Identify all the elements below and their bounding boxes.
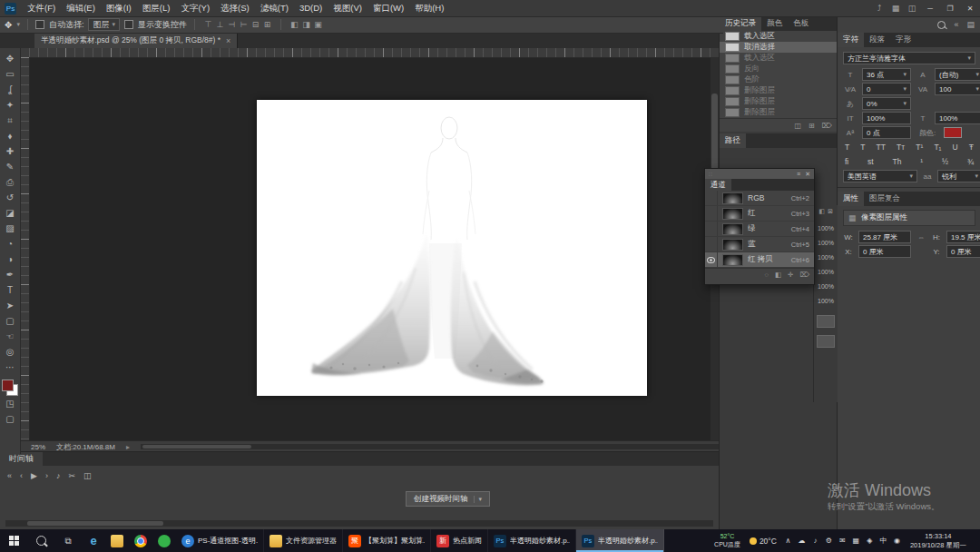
menu-item[interactable]: 视图(V) bbox=[328, 3, 368, 15]
tracking-select[interactable]: 100▾ bbox=[935, 83, 980, 95]
opentype-feature-icon[interactable]: ¾ bbox=[967, 157, 974, 166]
baseline-shift-input[interactable]: 0 点 bbox=[862, 126, 911, 139]
auto-select-dropdown[interactable]: 图层 ▾ bbox=[88, 18, 120, 31]
antialias-select[interactable]: 锐利▾ bbox=[937, 170, 980, 182]
playback-control-icon[interactable]: › bbox=[45, 471, 48, 480]
tray-icon[interactable]: ⚙ bbox=[822, 537, 836, 545]
cpu-temp-widget[interactable]: 52°C CPU温度 bbox=[710, 533, 745, 548]
dock-collapse-icon[interactable]: ▤ bbox=[966, 20, 975, 29]
mini-panel-icon[interactable]: ⊠ bbox=[828, 208, 833, 215]
history-brush-tool[interactable]: ↺ bbox=[2, 190, 18, 205]
status-arrow-icon[interactable]: ▸ bbox=[126, 443, 130, 451]
history-entry[interactable]: 色阶 bbox=[720, 74, 838, 85]
taskbar-app-button[interactable]: PS-通道抠图-透明.. bbox=[176, 529, 264, 552]
visibility-eye-icon[interactable] bbox=[705, 237, 718, 251]
taskbar-app-button[interactable]: 半透明婚纱素材.p.. bbox=[576, 529, 664, 552]
task-view-button[interactable]: ⧉ bbox=[54, 529, 82, 552]
channel-footer-icon[interactable]: ◌ bbox=[765, 271, 769, 279]
panel-tab[interactable]: 颜色 bbox=[761, 16, 788, 31]
menu-item[interactable]: 图层(L) bbox=[137, 3, 176, 15]
channel-row[interactable]: 蓝 Ctrl+5 bbox=[705, 237, 814, 252]
create-video-timeline-button[interactable]: 创建视频时间轴 ▾ bbox=[406, 491, 490, 507]
menu-item[interactable]: 文字(Y) bbox=[175, 3, 215, 15]
history-footer-icon[interactable]: ⌦ bbox=[822, 122, 832, 130]
mode-icon[interactable]: ◨ bbox=[300, 20, 312, 29]
type-style-icon[interactable]: Tᴛ bbox=[897, 143, 905, 152]
close-tab-icon[interactable]: × bbox=[226, 36, 230, 45]
tray-icon[interactable]: ▦ bbox=[849, 537, 863, 545]
menu-item[interactable]: 3D(D) bbox=[294, 3, 328, 15]
height-input[interactable]: 19.5 厘米 bbox=[946, 231, 980, 243]
width-input[interactable]: 25.87 厘米 bbox=[858, 231, 911, 243]
channels-titlebar[interactable]: ∷ ≡ ✕ bbox=[705, 169, 814, 179]
history-entry[interactable]: 载入选区 bbox=[720, 31, 838, 42]
taskbar-clock[interactable]: 15:33:14 2019/10/28 星期一 bbox=[904, 532, 973, 550]
lasso-tool[interactable]: ʆ bbox=[2, 82, 18, 97]
channel-row[interactable]: 绿 Ctrl+4 bbox=[705, 222, 814, 237]
chevron-down-icon[interactable]: ▾ bbox=[474, 496, 483, 503]
opentype-feature-icon[interactable]: fi bbox=[845, 157, 848, 166]
panel-tab[interactable]: 字形 bbox=[890, 33, 916, 47]
visibility-eye-icon[interactable] bbox=[705, 206, 718, 221]
history-footer-icon[interactable]: ⊞ bbox=[808, 122, 815, 130]
type-style-icon[interactable]: T bbox=[845, 143, 849, 152]
zoom-tool[interactable]: ◎ bbox=[2, 344, 18, 360]
mode-icon[interactable]: ◧ bbox=[289, 20, 300, 29]
type-style-icon[interactable]: U bbox=[953, 143, 958, 152]
tray-icon[interactable]: ◉ bbox=[890, 537, 904, 545]
x-input[interactable]: 0 厘米 bbox=[858, 245, 911, 258]
history-entry[interactable]: 取消选择 bbox=[720, 42, 838, 53]
eyedropper-tool[interactable]: ⬧ bbox=[2, 128, 18, 143]
taskbar-app-button[interactable]: 热点新闻 bbox=[431, 529, 488, 552]
weather-widget[interactable]: 20°C bbox=[745, 537, 781, 546]
playback-control-icon[interactable]: ▶ bbox=[31, 471, 37, 480]
blur-tool[interactable]: ◔ bbox=[2, 236, 18, 251]
panel-tab[interactable]: 色板 bbox=[788, 16, 814, 31]
history-entry[interactable]: 删除图层 bbox=[720, 85, 838, 96]
move-tool[interactable]: ✥ bbox=[2, 51, 18, 66]
scrollbar-thumb[interactable] bbox=[27, 521, 163, 526]
pinned-app-button[interactable] bbox=[105, 529, 129, 552]
type-style-icon[interactable]: Ŧ bbox=[969, 143, 974, 152]
type-style-icon[interactable]: T¹ bbox=[916, 143, 923, 152]
panel-tab[interactable]: 属性 bbox=[838, 192, 864, 206]
pinned-app-button[interactable] bbox=[129, 529, 152, 552]
align-icon[interactable]: ⊥ bbox=[214, 20, 226, 29]
visibility-eye-icon[interactable] bbox=[705, 191, 718, 205]
tray-icon[interactable]: ☁ bbox=[795, 537, 808, 545]
tray-icon[interactable]: ∧ bbox=[781, 537, 795, 545]
y-input[interactable]: 0 厘米 bbox=[946, 245, 980, 258]
workspace-icon[interactable]: ⤴ bbox=[871, 4, 887, 13]
panel-tab[interactable]: 段落 bbox=[864, 33, 890, 47]
dock-collapse-icon[interactable]: « bbox=[954, 20, 958, 29]
drag-grip-icon[interactable]: ∷ bbox=[709, 171, 713, 177]
pen-tool[interactable]: ✒ bbox=[2, 267, 18, 282]
pinned-app-button[interactable] bbox=[152, 529, 176, 552]
marquee-tool[interactable]: ▭ bbox=[2, 66, 18, 82]
type-style-icon[interactable]: T₁ bbox=[934, 143, 941, 152]
type-style-icon[interactable]: TT bbox=[877, 143, 886, 152]
path-selection-tool[interactable]: ➤ bbox=[2, 298, 18, 313]
close-icon[interactable]: ✕ bbox=[805, 171, 810, 178]
menu-item[interactable]: 窗口(W) bbox=[368, 3, 409, 15]
eraser-tool[interactable]: ◪ bbox=[2, 205, 18, 221]
taskbar-app-button[interactable]: 半透明婚纱素材.p.. bbox=[488, 529, 576, 552]
panel-menu-icon[interactable]: ≡ bbox=[797, 171, 800, 177]
align-icon[interactable]: ⊞ bbox=[261, 20, 273, 29]
panel-tab[interactable]: 字符 bbox=[838, 33, 864, 47]
tray-icon[interactable]: ◈ bbox=[863, 537, 877, 545]
tray-icon[interactable]: ✉ bbox=[836, 537, 849, 545]
opentype-feature-icon[interactable]: ½ bbox=[942, 157, 948, 166]
type-tool[interactable]: T bbox=[2, 282, 18, 298]
menu-item[interactable]: 选择(S) bbox=[215, 3, 255, 15]
pinned-app-button[interactable] bbox=[82, 529, 105, 552]
quick-selection-tool[interactable]: ✦ bbox=[2, 97, 18, 113]
align-icon[interactable]: ⊣ bbox=[226, 20, 238, 29]
hand-tool[interactable]: ☜ bbox=[2, 329, 18, 344]
workspace-icon[interactable]: ◫ bbox=[904, 4, 920, 13]
more-tools-button[interactable]: ⋯ bbox=[2, 360, 18, 375]
playback-control-icon[interactable]: ✂ bbox=[68, 471, 75, 480]
language-select[interactable]: 美国英语▾ bbox=[843, 170, 917, 182]
history-footer-icon[interactable]: ◫ bbox=[794, 122, 801, 130]
opentype-feature-icon[interactable]: ¹ bbox=[920, 157, 923, 166]
